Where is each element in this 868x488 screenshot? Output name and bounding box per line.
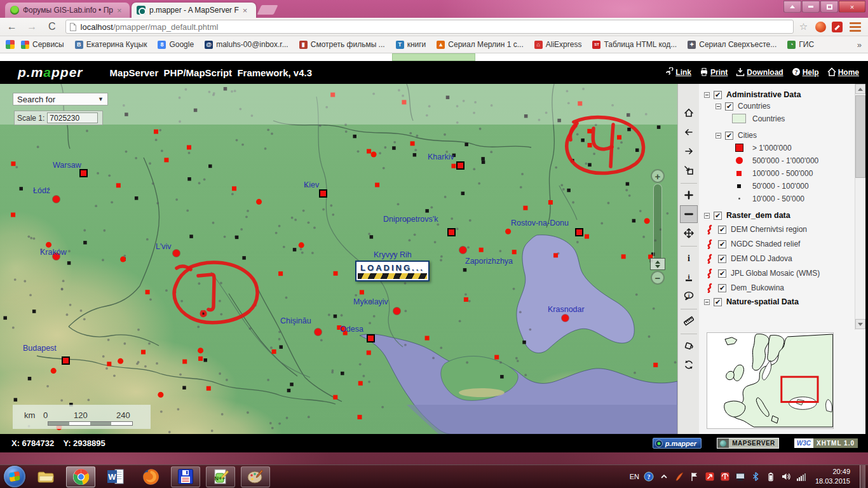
- start-button[interactable]: [4, 466, 25, 487]
- bookmark-item[interactable]: 8Google: [158, 40, 194, 49]
- display-tray-icon[interactable]: [735, 471, 746, 482]
- tooltip-tool-icon[interactable]: i: [680, 287, 698, 305]
- layer-checkbox[interactable]: ✔: [718, 284, 726, 292]
- taskbar-app-firefox[interactable]: [136, 466, 165, 487]
- back-icon[interactable]: ←: [4, 20, 20, 34]
- layer-checkbox[interactable]: ✔: [725, 102, 733, 111]
- sidebar-scrollbar[interactable]: [855, 84, 865, 330]
- extension-square-icon[interactable]: [831, 20, 844, 34]
- home-tool-icon[interactable]: [680, 104, 698, 122]
- layer-label[interactable]: DEM OLD Jadova: [731, 254, 792, 263]
- expand-collapse-icon[interactable]: [704, 213, 710, 219]
- expand-collapse-icon[interactable]: [715, 104, 721, 109]
- layer-checkbox[interactable]: ✔: [718, 226, 726, 234]
- layer-label[interactable]: Cities: [738, 131, 757, 140]
- chrome-menu-icon[interactable]: [848, 20, 863, 34]
- bookmark-item[interactable]: ▮Смотреть фильмы ...: [299, 40, 385, 49]
- taskbar-app-word[interactable]: W: [101, 466, 130, 487]
- select-tool-icon[interactable]: i: [680, 268, 698, 286]
- tab-close-icon[interactable]: ×: [243, 6, 248, 15]
- expand-collapse-icon[interactable]: [704, 92, 710, 98]
- layer-checkbox[interactable]: ✔: [718, 269, 726, 278]
- slider-track[interactable]: [653, 184, 662, 269]
- layer-checkbox[interactable]: ✔: [714, 91, 722, 99]
- tab-close-icon[interactable]: ×: [117, 6, 122, 15]
- forward-tool-icon[interactable]: [680, 142, 698, 160]
- scroll-down-icon[interactable]: [855, 319, 865, 329]
- map-viewport[interactable]: WarsawŁódźKrakówL'vivKievKharkivDniprope…: [0, 84, 677, 434]
- bookmark-item[interactable]: Сервисы: [21, 40, 64, 49]
- bookmark-item[interactable]: ⌂AliExpress: [534, 40, 582, 49]
- slider-handle[interactable]: [650, 258, 665, 270]
- layer-label[interactable]: Countries: [738, 102, 770, 111]
- pmapper-link-help[interactable]: ?Help: [792, 67, 819, 78]
- volume-tray-icon[interactable]: [781, 471, 792, 482]
- taskbar-app-explorer[interactable]: [31, 466, 60, 487]
- search-dropdown[interactable]: Search for ▼: [13, 93, 108, 105]
- network-tray-icon[interactable]: [796, 471, 807, 482]
- scroll-up-icon[interactable]: [855, 84, 865, 94]
- caret-up-icon[interactable]: [783, 1, 801, 13]
- layer-label[interactable]: Administrative Data: [726, 90, 801, 99]
- taskbar-app-chrome[interactable]: [66, 466, 95, 487]
- taskbar-clock[interactable]: 20:49 18.03.2015: [815, 467, 850, 486]
- url-bar[interactable]: localhost/pmapper/map_default.phtml: [65, 20, 794, 34]
- layer-checkbox[interactable]: ✔: [718, 240, 726, 248]
- avira-tray-icon[interactable]: [720, 471, 731, 482]
- slider-zoom-out-button[interactable]: −: [651, 271, 665, 285]
- maximize-icon[interactable]: [820, 1, 838, 13]
- layer-label[interactable]: JPL Global Mosaic (WMS): [731, 269, 820, 278]
- bookmark-item[interactable]: @maluhs-00@inbox.r...: [205, 40, 288, 49]
- reload-icon[interactable]: C: [44, 20, 60, 34]
- layer-label[interactable]: Raster_dem data: [726, 211, 790, 220]
- bookmark-item[interactable]: Tкниги: [396, 40, 426, 49]
- flashget-tray-icon[interactable]: [705, 471, 715, 482]
- layer-checkbox[interactable]: ✔: [718, 255, 726, 263]
- reference-map[interactable]: [707, 332, 834, 429]
- new-tab-button[interactable]: [257, 5, 278, 15]
- pmapper-link-link[interactable]: Link: [665, 67, 691, 78]
- layer-label[interactable]: Dem_Bukowina: [731, 283, 784, 292]
- pmapper-badge[interactable]: p.mapper: [653, 438, 702, 449]
- minimize-icon[interactable]: [802, 1, 820, 13]
- layer-label[interactable]: DEM Chernivtsi region: [731, 225, 807, 234]
- layer-checkbox[interactable]: ✔: [714, 212, 722, 220]
- pmapper-link-home[interactable]: Home: [827, 67, 859, 78]
- w3c-badge[interactable]: W3CXHTML 1.0: [794, 438, 858, 449]
- help-tray-icon[interactable]: ?: [644, 471, 654, 482]
- zoom-in-tool-icon[interactable]: [680, 186, 698, 204]
- clear-tool-icon[interactable]: [680, 337, 698, 355]
- browser-tab[interactable]: Форумы GIS-Lab.info • Пр ×: [5, 3, 130, 18]
- bluetooth-tray-icon[interactable]: [750, 471, 761, 482]
- browser-tab-active[interactable]: p.mapper - A MapServer F ×: [132, 3, 256, 18]
- bookmarks-overflow-icon[interactable]: »: [857, 40, 862, 50]
- bookmark-item[interactable]: ▲Сериал Мерлин 1 с...: [437, 40, 523, 49]
- show-desktop-button[interactable]: [860, 465, 865, 488]
- zoom-out-tool-icon[interactable]: [680, 205, 698, 223]
- identify-tool-icon[interactable]: i: [680, 249, 698, 267]
- pmapper-link-print[interactable]: Print: [700, 67, 728, 78]
- taskbar-app-notepadpp[interactable]: N++: [206, 466, 235, 487]
- layer-label[interactable]: NGDC Shaded relief: [731, 240, 800, 248]
- layer-label[interactable]: Nature-spatial Data: [726, 297, 799, 306]
- taskbar-app-paint[interactable]: [241, 466, 270, 487]
- mapserver-badge[interactable]: MAPSERVER: [717, 438, 779, 449]
- bookmark-item[interactable]: ВЕкатерина Куцык: [75, 40, 147, 49]
- expand-collapse-icon[interactable]: [715, 133, 721, 139]
- bookmark-star-icon[interactable]: ☆: [797, 20, 811, 34]
- layer-checkbox[interactable]: ✔: [714, 298, 722, 306]
- taskbar-app-floppy[interactable]: [171, 466, 200, 487]
- extension-ball-icon[interactable]: [813, 20, 827, 34]
- expand-tray-icon[interactable]: [659, 471, 670, 482]
- pmapper-link-download[interactable]: Download: [736, 67, 783, 78]
- expand-collapse-icon[interactable]: [704, 299, 710, 305]
- zoom-full-tool-icon[interactable]: [680, 161, 698, 179]
- pan-tool-icon[interactable]: [680, 224, 698, 242]
- bookmark-item[interactable]: STТаблица HTML код...: [592, 40, 677, 49]
- flag-tray-icon[interactable]: [689, 471, 700, 482]
- close-icon[interactable]: ×: [839, 1, 865, 13]
- layer-checkbox[interactable]: ✔: [725, 132, 733, 140]
- ccleaner-tray-icon[interactable]: [674, 471, 685, 482]
- refresh-tool-icon[interactable]: [680, 356, 698, 374]
- battery-tray-icon[interactable]: [766, 471, 776, 482]
